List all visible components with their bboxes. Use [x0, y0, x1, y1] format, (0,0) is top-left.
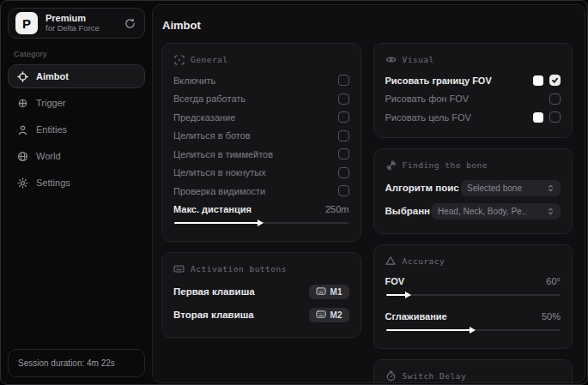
visual-label: Рисовать цель FOV [385, 112, 471, 123]
fov-label: FOV [385, 276, 405, 286]
keybind-row: Первая клавиша M1 [173, 280, 349, 304]
keybind-value: M1 [330, 287, 342, 297]
color-swatch[interactable] [533, 112, 543, 123]
main-panel: Aimbot General Включит [152, 4, 585, 383]
keyboard-icon [316, 287, 326, 296]
smoothing-label: Сглаживание [385, 311, 447, 322]
bone-icon [385, 159, 397, 171]
person-icon [16, 123, 28, 135]
visual-row: Рисовать фон FOV [385, 90, 561, 109]
brand-logo: P [15, 12, 38, 34]
bone-label: Выбранные кос [385, 206, 431, 216]
toggle-row: Целиться в тиммейтов [173, 145, 349, 164]
globe-icon [16, 150, 28, 162]
triangle-icon [385, 256, 397, 267]
stopwatch-icon [385, 370, 397, 382]
keybind-row: Вторая клавиша M2 [173, 304, 349, 327]
visual-row: Рисовать границу FOV [385, 71, 561, 90]
bone-label: Алгоритм поиска кост [385, 183, 460, 193]
fov-slider[interactable] [386, 292, 561, 299]
expand-icon [547, 208, 555, 215]
keybind-button-2[interactable]: M2 [309, 308, 349, 322]
checkbox[interactable] [338, 148, 349, 159]
category-label: Category [14, 50, 145, 58]
toggle-row: Всегда работать [173, 90, 349, 109]
brand-card: P Premium for Delta Force [8, 8, 145, 39]
checkbox[interactable] [338, 130, 349, 141]
color-swatch[interactable] [533, 75, 543, 86]
checkbox[interactable] [338, 167, 349, 178]
keybind-label: Вторая клавиша [173, 310, 254, 320]
sidebar-item-label: World [36, 151, 61, 161]
toggle-row: Проверка видимости [173, 182, 349, 201]
trigger-icon [16, 97, 28, 109]
smoothing-value: 50% [542, 311, 561, 322]
bone-row: Алгоритм поиска кост Selected bone [385, 177, 561, 200]
slider-thumb[interactable] [405, 292, 411, 298]
brand-title: Premium [45, 13, 114, 24]
dropdown-value: Selected bone [467, 183, 542, 193]
keybind-value: M2 [330, 310, 342, 320]
sidebar-item-settings[interactable]: Settings [8, 171, 145, 195]
slider-thumb[interactable] [470, 327, 476, 334]
smoothing-slider[interactable] [386, 327, 561, 334]
switch-delay-card-header: Switch Delay [385, 370, 561, 382]
expand-icon [547, 184, 555, 192]
page-title: Aimbot [162, 19, 573, 32]
toggle-row: Включить [173, 71, 349, 90]
sidebar: P Premium for Delta Force Category Aimbo… [1, 1, 152, 384]
max-distance-slider[interactable] [174, 220, 349, 227]
session-duration: Session duration: 4m 22s [8, 349, 145, 377]
sidebar-item-aimbot[interactable]: Aimbot [8, 64, 145, 88]
brand-text: Premium for Delta Force [45, 13, 114, 33]
app-window: P Premium for Delta Force Category Aimbo… [0, 0, 588, 385]
bone-card: Finding the bone Алгоритм поиска кост Se… [373, 148, 573, 234]
checkbox[interactable] [338, 75, 349, 86]
bone-algorithm-dropdown[interactable]: Selected bone [461, 180, 561, 196]
checkbox[interactable] [549, 75, 561, 86]
general-card: General Включить Всегда работать Предска… [161, 43, 361, 242]
max-distance-value: 250m [325, 204, 349, 214]
sidebar-nav: Aimbot Trigger Entities [8, 64, 145, 195]
dropdown-value: Head, Neck, Body, Pe.. [438, 207, 542, 216]
fov-row: FOV 60° [385, 273, 561, 290]
bone-card-header: Finding the bone [385, 159, 561, 171]
bone-row: Выбранные кос Head, Neck, Body, Pe.. [385, 200, 561, 223]
sidebar-item-entities[interactable]: Entities [8, 117, 145, 141]
visual-card-header: Visual [385, 54, 561, 65]
general-card-header: General [173, 54, 349, 65]
toggle-row: Целиться в ботов [173, 127, 349, 146]
sidebar-item-world[interactable]: World [8, 144, 145, 168]
toggle-label: Предсказание [173, 112, 235, 123]
checkbox[interactable] [549, 111, 561, 123]
checkbox[interactable] [549, 93, 561, 105]
toggle-label: Целиться в нокнутых [173, 167, 266, 177]
sidebar-item-label: Settings [36, 177, 70, 188]
max-distance-row: Макс. дистанция 250m [173, 201, 349, 218]
refresh-icon[interactable] [122, 15, 137, 31]
visual-card: Visual Рисовать границу FOV Рисовать фон… [373, 43, 573, 138]
sidebar-item-label: Aimbot [36, 71, 69, 81]
toggle-label: Проверка видимости [173, 186, 265, 196]
sidebar-item-trigger[interactable]: Trigger [8, 91, 145, 115]
fov-value: 60° [546, 276, 561, 286]
visual-row: Рисовать цель FOV [385, 108, 561, 127]
checkbox[interactable] [338, 111, 349, 123]
toggle-row: Предсказание [173, 108, 349, 127]
selected-bones-dropdown[interactable]: Head, Neck, Body, Pe.. [432, 203, 561, 220]
checkbox[interactable] [338, 93, 349, 105]
keybind-button-1[interactable]: M1 [309, 285, 349, 299]
visual-card-title: Visual [403, 55, 434, 64]
keyboard-icon [173, 263, 185, 274]
brand-subtitle: for Delta Force [45, 24, 114, 33]
toggle-label: Целиться в ботов [173, 130, 251, 141]
eye-icon [385, 54, 397, 65]
toggle-label: Всегда работать [173, 93, 246, 104]
crosshair-icon [16, 70, 28, 82]
checkbox[interactable] [338, 185, 349, 196]
left-column: General Включить Всегда работать Предска… [161, 43, 361, 338]
activation-card-title: Activation buttons [191, 264, 287, 274]
general-card-title: General [191, 55, 228, 64]
switch-delay-card: Switch Delay Задержка переключения Задер… [373, 359, 573, 384]
slider-thumb[interactable] [258, 220, 264, 226]
